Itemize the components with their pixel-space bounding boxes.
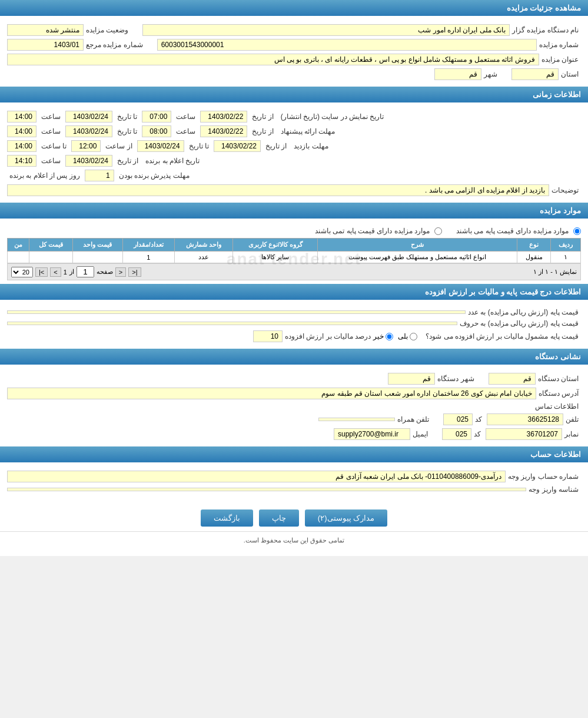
account-info-content: شماره حساب واریز وجه درآمدی-011040088600… xyxy=(0,467,588,500)
vat-no-radio[interactable] xyxy=(386,333,393,340)
pager-page-input[interactable] xyxy=(77,266,94,277)
province-label: استان xyxy=(559,70,581,78)
contact-info-label-row: اطلاعات تماس xyxy=(7,402,581,411)
mobile-label: تلفن همراه xyxy=(395,415,431,423)
to-time-label-1: ساعت xyxy=(39,113,63,121)
account-owner-value xyxy=(7,488,526,491)
auction-title-value: فروش اثاثه مستعمل و مستهلک شامل انواع بو… xyxy=(7,54,539,65)
account-owner-row: شناسه واریز وجه xyxy=(7,485,581,494)
from-date-4: 1403/02/24 xyxy=(65,155,112,167)
auction-items-table: ردیف نوع شرح گروه کالا/نوع کاربری واحد ش… xyxy=(7,238,581,263)
auction-title-label: عنوان مزایده xyxy=(539,55,581,64)
reference-number-label: شماره مزایده مرجع xyxy=(84,41,145,49)
account-number-value: درآمدی-0110400886009- بانک ملی ایران شعب… xyxy=(7,471,506,482)
device-address-content: استان دستگاه قم شهر دستگاه قم آدرس دستگا… xyxy=(0,369,588,446)
to-label-1: تا تاریخ xyxy=(115,113,139,121)
notes-value: بازدید از اقلام مزایده ای الزامی می باشد… xyxy=(7,184,549,196)
phone-label: تلفن xyxy=(563,415,581,423)
winner-accept-suffix: روز پس از اعلام به برنده xyxy=(7,171,82,180)
auction-table-container: anat tender.net ردیف نوع شرح گروه کالا/ن… xyxy=(7,238,581,280)
phone-code-label: کد xyxy=(473,415,484,423)
vat-yes-label: بلی xyxy=(398,332,408,340)
winner-announce-label: تاریخ اعلام به برنده xyxy=(143,157,202,165)
print-button[interactable]: چاپ xyxy=(259,509,299,527)
vat-yes-radio[interactable] xyxy=(410,333,417,340)
auction-organizer-value: بانک ملی ایران اداره امور شب xyxy=(142,24,510,36)
base-price-number-label: قیمت پایه (ارزش ریالی مزایده) به عدد xyxy=(466,308,581,316)
base-price-header: اطلاعات درج قیمت پایه و مالیات بر ارزش ا… xyxy=(0,284,588,300)
cell-total-price xyxy=(29,252,72,263)
col-unit-price: قیمت واحد xyxy=(72,239,122,252)
device-address-row: آدرس دستگاه خیابان امام نبش کوی 26 ساختم… xyxy=(7,388,581,399)
base-price-text-label: قیمت پایه (ارزش ریالی مزایده) به حروف xyxy=(457,319,581,327)
from-time-4: 14:10 xyxy=(7,155,36,167)
phone-code-value: 025 xyxy=(443,413,473,425)
documents-button[interactable]: مدارک پیوستی(۲) xyxy=(305,509,387,527)
email-label: ایمیل xyxy=(410,430,430,438)
display-date-row: تاریخ نمایش در سایت (تاریخ انتشار) از تا… xyxy=(7,111,581,123)
display-date-label: تاریخ نمایش در سایت (تاریخ انتشار) xyxy=(278,113,387,121)
auction-status-value: منتشر شده xyxy=(7,24,84,36)
footer-buttons: مدارک پیوستی(۲) چاپ بازگشت xyxy=(0,509,588,527)
pager-next[interactable]: > xyxy=(50,267,61,277)
from-label-4: از تاریخ xyxy=(115,157,141,165)
pager-page-label: صفحه xyxy=(97,268,113,276)
to-time-2: 14:00 xyxy=(7,125,36,137)
pager-first[interactable]: |< xyxy=(128,267,141,277)
notes-row: توضیحات بازدید از اقلام مزایده ای الزامی… xyxy=(7,184,581,196)
no-base-price-radio[interactable] xyxy=(434,227,442,235)
fax-label: نمابر xyxy=(562,430,581,438)
col-unit: واحد شمارش xyxy=(174,239,233,252)
fax-email-row: نمابر 36701207 کد 025 ایمیل supply2700@b… xyxy=(7,428,581,440)
vat-percent-label: درصد مالیات بر ارزش افزوده xyxy=(283,332,373,340)
from-time-2: 08:00 xyxy=(142,125,171,137)
col-row: ردیف xyxy=(551,239,581,252)
base-price-radio-row: موارد مزایده دارای قیمت پایه می باشند مو… xyxy=(7,227,581,235)
cell-group: سایر کالاها xyxy=(233,252,318,263)
proposal-label: مهلت ارائه پیشنهاد xyxy=(278,127,338,135)
from-date-2: 1403/02/22 xyxy=(200,125,247,137)
fax-value: 36701207 xyxy=(486,428,562,440)
from-time-3: 12:00 xyxy=(71,140,101,152)
to-label-2: تا تاریخ xyxy=(115,127,139,135)
mobile-value xyxy=(318,418,395,421)
cell-unit-price xyxy=(72,252,122,263)
email-value: supply2700@bmi.ir xyxy=(334,428,410,440)
fax-code-value: 025 xyxy=(442,428,471,440)
proposal-row: مهلت ارائه پیشنهاد از تاریخ 1403/02/22 س… xyxy=(7,125,581,137)
has-base-price-label: موارد مزایده دارای قیمت پایه می باشند xyxy=(454,227,571,235)
no-base-price-label: موارد مزایده دارای قیمت پایه تمی باشند xyxy=(313,227,432,235)
auction-status-label: وضعیت مزایده xyxy=(84,26,131,34)
pager-total: 1 xyxy=(64,269,67,276)
pager-last[interactable]: >| xyxy=(35,267,48,277)
pager-per-page[interactable]: 20 50 xyxy=(11,267,33,277)
from-date-1: 1403/02/22 xyxy=(200,111,247,123)
from-time-1: 07:00 xyxy=(142,111,171,123)
main-details-content: نام دستگاه مزایده گزار بانک ملی ایران اد… xyxy=(0,21,588,87)
to-label-3: تا تاریخ xyxy=(187,142,211,150)
base-price-text-value xyxy=(7,322,457,325)
device-address-header: نشانی دستگاه xyxy=(0,349,588,365)
base-price-number-value xyxy=(7,310,466,314)
province-city-row: استان قم شهر قم xyxy=(7,68,581,80)
notes-label: توضیحات xyxy=(549,186,581,194)
number-reference-row: شماره مزایده 6003001543000001 شماره مزای… xyxy=(7,39,581,51)
device-province-city-row: استان دستگاه قم شهر دستگاه قم xyxy=(7,373,581,385)
winner-accept-row: مهلت پذیرش برنده بودن 1 روز پس از اعلام … xyxy=(7,170,581,181)
col-quantity: تعداد/مقدار xyxy=(122,239,174,252)
to-date-3: 1403/02/24 xyxy=(137,140,184,152)
to-date-1: 1403/02/24 xyxy=(65,111,112,123)
pager-of-label: از xyxy=(69,268,74,276)
to-time-label-2: ساعت xyxy=(39,127,63,135)
to-time-3: 14:00 xyxy=(7,140,36,152)
winner-accept-value: 1 xyxy=(85,170,114,181)
has-base-price-radio[interactable] xyxy=(573,227,581,235)
city-label: شهر xyxy=(481,70,500,78)
pager-prev[interactable]: < xyxy=(115,267,126,277)
visit-label: مهلت بازدید xyxy=(291,142,330,150)
back-button[interactable]: بازگشت xyxy=(201,509,253,527)
time-info-header: اطلاعات زمانی xyxy=(0,87,588,102)
vat-row: قیمت پایه مشمول مالیات بر ارزش افزوده می… xyxy=(7,330,581,342)
table-pager: نمایش ۱ - ۱ از ۱ |< < صفحه از 1 > >| 20 … xyxy=(7,263,581,280)
pager-right: |< < صفحه از 1 > >| 20 50 xyxy=(11,266,141,277)
